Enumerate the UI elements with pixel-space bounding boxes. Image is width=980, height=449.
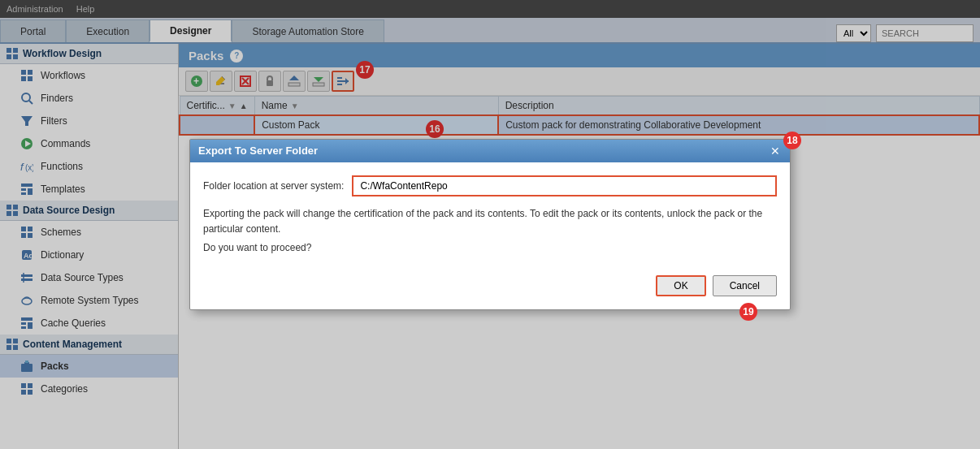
folder-input[interactable] — [352, 175, 777, 196]
step-badge-19: 19 — [739, 303, 757, 321]
cancel-button[interactable]: Cancel — [713, 275, 777, 296]
dialog-info-line2: Do you want to proceed? — [203, 240, 777, 256]
dialog-overlay: Export To Server Folder ✕ 18 Folder loca… — [0, 0, 980, 449]
folder-label: Folder location at server system: — [203, 180, 344, 192]
dialog-info-line1: Exporting the pack will change the certi… — [203, 206, 777, 237]
dialog-footer: OK Cancel 19 — [190, 269, 790, 309]
ok-button[interactable]: OK — [656, 275, 705, 296]
export-to-server-dialog: Export To Server Folder ✕ 18 Folder loca… — [189, 139, 791, 311]
dialog-titlebar: Export To Server Folder ✕ — [190, 140, 790, 162]
folder-field-row: Folder location at server system: — [203, 175, 777, 196]
dialog-close-button[interactable]: ✕ — [769, 145, 782, 158]
dialog-title: Export To Server Folder — [198, 145, 318, 157]
dialog-body: Folder location at server system: Export… — [190, 162, 790, 270]
step-badge-18: 18 — [783, 132, 801, 149]
